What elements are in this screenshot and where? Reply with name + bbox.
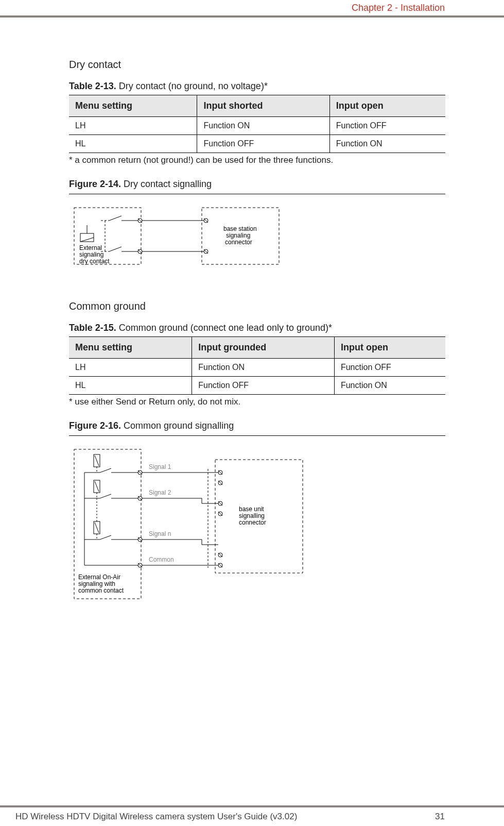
table-header-row: Menu setting Input shorted Input open xyxy=(69,95,445,117)
th-menu-setting: Menu setting xyxy=(69,337,192,359)
svg-line-8 xyxy=(109,247,121,251)
chapter-title: Chapter 2 - Installation xyxy=(352,3,445,13)
cell: Function OFF xyxy=(334,359,445,377)
cell: Function ON xyxy=(334,377,445,395)
label-signal-1: Signal 1 xyxy=(149,463,171,470)
figure-number: Figure 2-14. xyxy=(69,179,121,189)
cell: Function ON xyxy=(197,117,329,135)
th-input-grounded: Input grounded xyxy=(192,337,335,359)
cell: HL xyxy=(69,135,197,153)
table-title: Common ground (connect one lead only to … xyxy=(116,323,332,333)
svg-line-41 xyxy=(100,535,111,540)
cell: HL xyxy=(69,377,192,395)
table-footnote: * a common return (not ground!) can be u… xyxy=(69,155,445,165)
table-footnote: * use either Send or Return only, do not… xyxy=(69,397,445,407)
table-caption-2-13: Table 2-13. Dry contact (no ground, no v… xyxy=(69,81,445,92)
svg-line-26 xyxy=(95,481,99,492)
th-input-open: Input open xyxy=(334,337,445,359)
cell: LH xyxy=(69,117,197,135)
th-input-open: Input open xyxy=(329,95,445,117)
svg-line-3 xyxy=(80,238,94,242)
cell: Function OFF xyxy=(197,135,329,153)
cell: Function OFF xyxy=(329,117,445,135)
table-caption-2-15: Table 2-15. Common ground (connect one l… xyxy=(69,323,445,333)
label-common: Common xyxy=(149,556,174,563)
label-base-unit: base unit signalling connector xyxy=(239,505,266,526)
label-base-station: base stationsignalingconnector xyxy=(223,225,257,246)
table-header-row: Menu setting Input grounded Input open xyxy=(69,337,445,359)
table-number: Table 2-13. xyxy=(69,81,116,91)
figure-rule xyxy=(69,435,445,436)
svg-line-35 xyxy=(100,468,111,473)
section-heading-common-ground: Common ground xyxy=(69,300,445,312)
svg-line-38 xyxy=(100,494,111,498)
label-signal-n: Signal n xyxy=(149,530,171,537)
figure-title: Common ground signalling xyxy=(121,420,234,431)
footer-doc-title: HD Wireless HDTV Digital Wireless camera… xyxy=(15,812,297,822)
dry-contact-diagram: Externalsignalingdry contact base statio… xyxy=(69,203,285,275)
common-ground-diagram: Signal 1 Signal 2 Signal n Common Extern… xyxy=(69,444,316,609)
table-number: Table 2-15. xyxy=(69,323,116,333)
page-footer: HD Wireless HDTV Digital Wireless camera… xyxy=(0,805,504,826)
th-menu-setting: Menu setting xyxy=(69,95,197,117)
label-external-onair: External On-Air signaling with common co… xyxy=(78,574,124,594)
th-input-shorted: Input shorted xyxy=(197,95,329,117)
figure-number: Figure 2-16. xyxy=(69,420,121,431)
page-content: Dry contact Table 2-13. Dry contact (no … xyxy=(0,18,504,609)
table-title: Dry contact (no ground, no voltage)* xyxy=(116,81,268,91)
svg-line-7 xyxy=(109,216,121,221)
figure-dry-contact: Externalsignalingdry contact base statio… xyxy=(69,203,445,275)
svg-rect-1 xyxy=(80,233,94,242)
footer-page-number: 31 xyxy=(435,812,445,822)
table-row: LH Function ON Function OFF xyxy=(69,359,445,377)
svg-line-28 xyxy=(95,522,99,533)
section-heading-dry-contact: Dry contact xyxy=(69,59,445,71)
cell: Function OFF xyxy=(192,377,335,395)
table-common-ground: Menu setting Input grounded Input open L… xyxy=(69,336,445,395)
table-dry-contact: Menu setting Input shorted Input open LH… xyxy=(69,95,445,153)
cell: Function ON xyxy=(192,359,335,377)
label-signal-2: Signal 2 xyxy=(149,489,171,496)
cell: Function ON xyxy=(329,135,445,153)
page-header: Chapter 2 - Installation xyxy=(0,0,504,18)
figure-common-ground: Signal 1 Signal 2 Signal n Common Extern… xyxy=(69,444,445,609)
figure-caption-2-14: Figure 2-14. Dry contact signalling xyxy=(69,179,445,190)
cell: LH xyxy=(69,359,192,377)
svg-line-24 xyxy=(95,456,99,466)
figure-caption-2-16: Figure 2-16. Common ground signalling xyxy=(69,420,445,431)
table-row: HL Function OFF Function ON xyxy=(69,377,445,395)
figure-title: Dry contact signalling xyxy=(121,179,212,189)
figure-rule xyxy=(69,194,445,194)
table-row: HL Function OFF Function ON xyxy=(69,135,445,153)
table-row: LH Function ON Function OFF xyxy=(69,117,445,135)
